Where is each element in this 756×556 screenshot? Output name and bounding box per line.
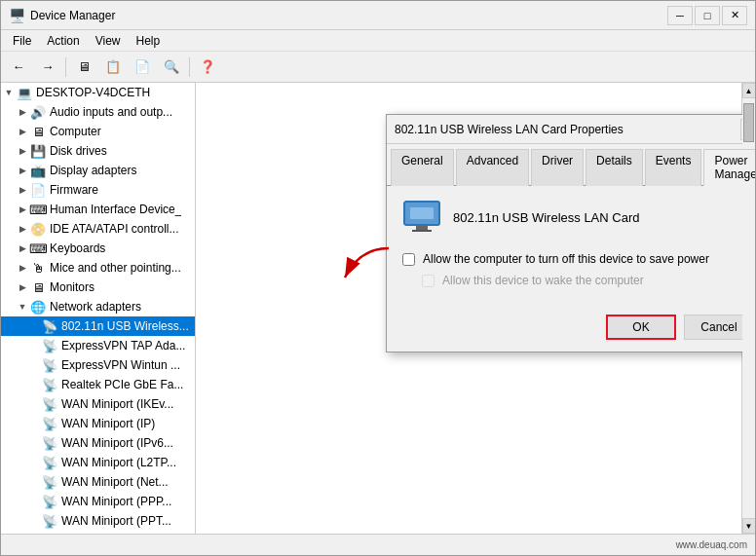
scroll-thumb[interactable] bbox=[743, 103, 754, 142]
tree-expressvpn2[interactable]: 📡 ExpressVPN Wintun ... bbox=[1, 355, 195, 375]
tree-wan6[interactable]: 📡 WAN Miniport (PPP... bbox=[1, 492, 195, 511]
wan4-label: WAN Miniport (L2TP... bbox=[61, 456, 176, 469]
display-icon: 📺 bbox=[30, 163, 46, 178]
wan2-expand-icon bbox=[28, 418, 40, 429]
disk-expand-icon: ▶ bbox=[17, 145, 28, 157]
menu-file[interactable]: File bbox=[5, 32, 39, 50]
close-button[interactable]: ✕ bbox=[722, 6, 747, 25]
root-computer-icon: 💻 bbox=[17, 85, 32, 100]
audio-label: Audio inputs and outp... bbox=[50, 105, 172, 119]
device-header: 802.11n USB Wireless LAN Card bbox=[402, 198, 754, 237]
tab-events[interactable]: Events bbox=[645, 149, 702, 186]
tree-mice[interactable]: ▶ 🖱 Mice and other pointing... bbox=[1, 258, 195, 278]
tree-hid[interactable]: ▶ ⌨ Human Interface Device_ bbox=[1, 200, 195, 219]
tree-realtek[interactable]: 📡 Realtek PCIe GbE Fa... bbox=[1, 375, 195, 394]
window-controls: ─ □ ✕ bbox=[667, 6, 747, 25]
minimize-button[interactable]: ─ bbox=[667, 6, 693, 25]
tab-general[interactable]: General bbox=[391, 149, 454, 186]
toolbar-separator-2 bbox=[189, 57, 190, 77]
tabs-container: General Advanced Driver Details Events P… bbox=[387, 144, 755, 186]
properties-button[interactable]: 📋 bbox=[99, 55, 127, 80]
maximize-button[interactable]: □ bbox=[695, 6, 720, 25]
tree-wan7[interactable]: 📡 WAN Miniport (PPT... bbox=[1, 511, 195, 531]
allow-wake-row: Allow this device to wake the computer bbox=[402, 274, 754, 287]
wan1-expand-icon bbox=[28, 398, 40, 410]
monitors-icon: 🖥 bbox=[30, 279, 46, 295]
computer-icon-btn[interactable]: 🖥 bbox=[70, 55, 97, 80]
realtek-label: Realtek PCIe GbE Fa... bbox=[61, 378, 183, 391]
forward-button[interactable]: → bbox=[34, 55, 61, 80]
tab-driver[interactable]: Driver bbox=[531, 149, 584, 186]
status-bar: www.deuaq.com bbox=[1, 534, 755, 555]
wan7-icon: 📡 bbox=[42, 513, 57, 529]
realtek-expand-icon bbox=[28, 379, 40, 390]
ev2-expand-icon bbox=[28, 359, 40, 371]
root-label: DESKTOP-V4DCETH bbox=[36, 86, 150, 99]
ok-button[interactable]: OK bbox=[606, 315, 676, 340]
audio-expand-icon: ▶ bbox=[17, 106, 28, 118]
allow-turnoff-checkbox[interactable] bbox=[402, 253, 415, 266]
wan7-expand-icon bbox=[28, 515, 40, 527]
tree-monitors[interactable]: ▶ 🖥 Monitors bbox=[1, 278, 195, 297]
keyboards-icon: ⌨ bbox=[30, 241, 46, 256]
tree-firmware[interactable]: ▶ 📄 Firmware bbox=[1, 180, 195, 200]
monitors-expand-icon: ▶ bbox=[17, 281, 28, 293]
tree-wan3[interactable]: 📡 WAN Miniport (IPv6... bbox=[1, 433, 195, 453]
wan1-icon: 📡 bbox=[42, 396, 57, 412]
scan-button[interactable]: 🔍 bbox=[158, 55, 185, 80]
scroll-down-arrow[interactable]: ▼ bbox=[742, 518, 756, 534]
tab-powermanagement[interactable]: Power Management bbox=[703, 149, 755, 186]
mice-label: Mice and other pointing... bbox=[50, 261, 181, 275]
tree-networkadapters[interactable]: ▼ 🌐 Network adapters bbox=[1, 297, 195, 316]
wan5-icon: 📡 bbox=[42, 474, 57, 490]
wan2-icon: 📡 bbox=[42, 416, 57, 431]
scroll-up-arrow[interactable]: ▲ bbox=[742, 83, 756, 98]
ev1-icon: 📡 bbox=[42, 338, 57, 353]
menu-action[interactable]: Action bbox=[39, 32, 87, 50]
ev1-expand-icon bbox=[28, 340, 40, 352]
tree-keyboards[interactable]: ▶ ⌨ Keyboards bbox=[1, 239, 195, 258]
update-driver-button[interactable]: 📄 bbox=[129, 55, 156, 80]
dialog-titlebar: 802.11n USB Wireless LAN Card Properties… bbox=[387, 115, 755, 144]
wifi-expand-icon bbox=[28, 320, 40, 332]
tree-wan4[interactable]: 📡 WAN Miniport (L2TP... bbox=[1, 453, 195, 472]
firmware-label: Firmware bbox=[50, 183, 98, 197]
app-icon: 🖥️ bbox=[9, 8, 24, 23]
hid-icon: ⌨ bbox=[30, 202, 46, 217]
device-tree[interactable]: ▼ 💻 DESKTOP-V4DCETH ▶ 🔊 Audio inputs and… bbox=[1, 83, 196, 534]
wifi-label: 802.11n USB Wireless... bbox=[61, 319, 189, 333]
menu-view[interactable]: View bbox=[88, 32, 129, 50]
tree-ideata[interactable]: ▶ 📀 IDE ATA/ATAPI controll... bbox=[1, 219, 195, 239]
right-panel: 802.11n USB Wireless LAN Card Properties… bbox=[196, 83, 741, 534]
back-button[interactable]: ← bbox=[5, 55, 32, 80]
allow-wake-checkbox[interactable] bbox=[422, 275, 435, 287]
network-expand-icon: ▼ bbox=[17, 301, 28, 313]
tree-computer[interactable]: ▶ 🖥 Computer bbox=[1, 122, 195, 141]
menu-help[interactable]: Help bbox=[129, 32, 169, 50]
help-button[interactable]: ❓ bbox=[194, 55, 221, 80]
mice-icon: 🖱 bbox=[30, 260, 46, 276]
tab-advanced[interactable]: Advanced bbox=[456, 149, 529, 186]
tab-details[interactable]: Details bbox=[586, 149, 643, 186]
menu-bar: File Action View Help bbox=[1, 30, 755, 52]
properties-dialog: 802.11n USB Wireless LAN Card Properties… bbox=[386, 114, 755, 352]
tree-root[interactable]: ▼ 💻 DESKTOP-V4DCETH bbox=[1, 83, 195, 102]
tree-diskdrives[interactable]: ▶ 💾 Disk drives bbox=[1, 141, 195, 161]
tree-audio[interactable]: ▶ 🔊 Audio inputs and outp... bbox=[1, 102, 195, 122]
tree-wan5[interactable]: 📡 WAN Miniport (Net... bbox=[1, 472, 195, 492]
ev2-label: ExpressVPN Wintun ... bbox=[61, 358, 180, 372]
allow-turnoff-label[interactable]: Allow the computer to turn off this devi… bbox=[423, 252, 709, 266]
tree-displayadapters[interactable]: ▶ 📺 Display adapters bbox=[1, 161, 195, 180]
display-label: Display adapters bbox=[50, 164, 136, 177]
firmware-icon: 📄 bbox=[30, 182, 46, 198]
ide-label: IDE ATA/ATAPI controll... bbox=[50, 222, 178, 236]
window-title: Device Manager bbox=[30, 9, 667, 22]
wan4-icon: 📡 bbox=[42, 455, 57, 470]
realtek-icon: 📡 bbox=[42, 377, 57, 392]
tree-wan2[interactable]: 📡 WAN Miniport (IP) bbox=[1, 414, 195, 433]
tree-expressvpn1[interactable]: 📡 ExpressVPN TAP Ada... bbox=[1, 336, 195, 355]
tree-wan1[interactable]: 📡 WAN Miniport (IKEv... bbox=[1, 394, 195, 414]
tree-wifi[interactable]: 📡 802.11n USB Wireless... bbox=[1, 316, 195, 336]
disk-icon: 💾 bbox=[30, 143, 46, 159]
title-bar: 🖥️ Device Manager ─ □ ✕ bbox=[1, 1, 755, 30]
